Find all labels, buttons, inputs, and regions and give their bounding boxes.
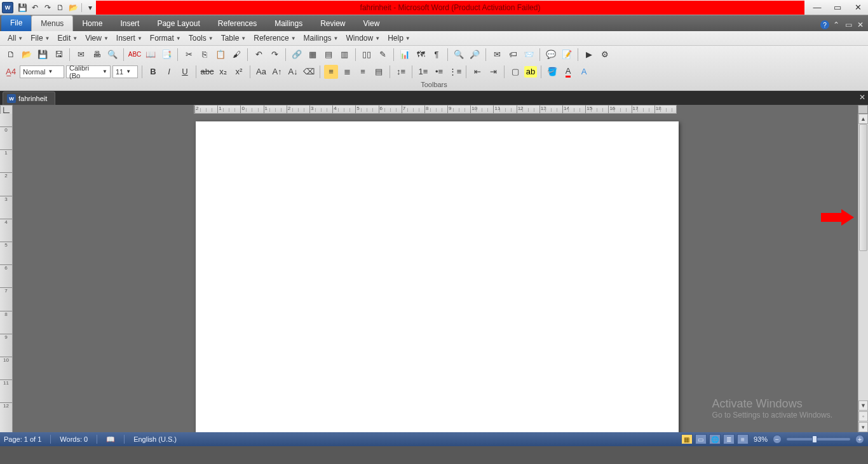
align-center-button[interactable]: ≣	[340, 65, 354, 79]
multilevel-button[interactable]: ⋮≡	[448, 65, 462, 79]
menu-mailings[interactable]: Mailings▼	[300, 32, 342, 44]
increase-indent-button[interactable]: ⇥	[486, 65, 500, 79]
tab-page-layout[interactable]: Page Layout	[148, 17, 208, 31]
justify-button[interactable]: ▤	[372, 65, 386, 79]
superscript-button[interactable]: x²	[232, 65, 246, 79]
table-insert-icon[interactable]: ▦	[306, 48, 320, 62]
change-case-button[interactable]: Aa	[254, 65, 268, 79]
insert-cols-icon[interactable]: ▥	[337, 48, 351, 62]
labels-icon[interactable]: 🏷	[506, 48, 520, 62]
merge-icon[interactable]: 📨	[522, 48, 536, 62]
menu-edit[interactable]: Edit▼	[54, 32, 82, 44]
zoom-in-icon[interactable]: 🔍	[452, 48, 466, 62]
qat-save-button[interactable]: 💾	[17, 2, 28, 13]
clear-format-button[interactable]: ⌫	[302, 65, 316, 79]
qat-new-button[interactable]: 🗋	[55, 2, 66, 13]
menu-help[interactable]: Help▼	[384, 32, 414, 44]
menu-table[interactable]: Table▼	[217, 32, 250, 44]
view-print-layout-button[interactable]: ▦	[681, 434, 693, 444]
comments-icon[interactable]: 💬	[544, 48, 558, 62]
show-paragraph-icon[interactable]: ¶	[430, 48, 444, 62]
grow-font-button[interactable]: A↑	[270, 65, 284, 79]
menu-all[interactable]: All▼	[4, 32, 27, 44]
mail-icon[interactable]: ✉	[74, 48, 88, 62]
menu-window[interactable]: Window▼	[342, 32, 384, 44]
document-area[interactable]: Activate Windows Go to Settings to activ…	[13, 115, 858, 432]
horizontal-ruler[interactable]: 21012345678910111213141516171819	[194, 105, 677, 114]
tab-home[interactable]: Home	[73, 17, 111, 31]
paste-icon[interactable]: 📋	[214, 48, 227, 62]
undo-icon[interactable]: ↶	[252, 48, 266, 62]
italic-button[interactable]: I	[162, 65, 176, 79]
styles-pane-icon[interactable]: A̲4	[4, 65, 18, 79]
document-map-icon[interactable]: 🗺	[414, 48, 428, 62]
insert-rows-icon[interactable]: ▤	[322, 48, 336, 62]
zoom-level[interactable]: 93%	[754, 435, 768, 443]
bullets-button[interactable]: •≡	[432, 65, 446, 79]
numbering-button[interactable]: 1≡	[416, 65, 430, 79]
columns-icon[interactable]: ▯▯	[360, 48, 374, 62]
print-icon[interactable]: 🖶	[90, 48, 104, 62]
close-document-button[interactable]: ✕	[855, 20, 865, 29]
menu-insert[interactable]: Insert▼	[112, 32, 146, 44]
scroll-thumb[interactable]	[859, 124, 867, 251]
zoom-slider[interactable]	[787, 438, 850, 440]
style-select[interactable]: Normal▼	[20, 65, 64, 78]
format-painter-icon[interactable]: 🖌	[229, 48, 243, 62]
tab-review[interactable]: Review	[311, 17, 354, 31]
status-proofing[interactable]: 📖	[106, 435, 115, 444]
chart-icon[interactable]: 📊	[398, 48, 412, 62]
zoom-out-button[interactable]: −	[773, 435, 782, 444]
tab-view[interactable]: View	[355, 17, 389, 31]
copy-icon[interactable]: ⎘	[198, 48, 212, 62]
research-icon[interactable]: 📖	[144, 48, 158, 62]
highlight-button[interactable]: ab	[524, 66, 537, 78]
menu-format[interactable]: Format▼	[146, 32, 185, 44]
open-icon[interactable]: 📂	[20, 48, 34, 62]
spellcheck-icon[interactable]: ABC	[128, 48, 142, 62]
underline-button[interactable]: U	[178, 65, 192, 79]
next-page-button[interactable]: ▾	[858, 422, 868, 432]
qat-open-button[interactable]: 📂	[67, 2, 79, 13]
menu-file[interactable]: File▼	[27, 32, 53, 44]
macros-icon[interactable]: ▶	[582, 48, 596, 62]
scroll-down-button[interactable]: ▼	[858, 400, 868, 411]
menu-tools[interactable]: Tools▼	[185, 32, 217, 44]
qat-undo-button[interactable]: ↶	[29, 2, 41, 13]
minimize-ribbon-button[interactable]: ⌃	[831, 20, 841, 29]
tabbar-close-button[interactable]: ✕	[859, 93, 865, 102]
split-box[interactable]	[858, 105, 868, 114]
borders-button[interactable]: ▢	[508, 65, 522, 79]
redo-icon[interactable]: ↷	[268, 48, 281, 62]
menu-reference[interactable]: Reference▼	[250, 32, 299, 44]
strikethrough-button[interactable]: abc	[200, 65, 214, 79]
zoom-slider-thumb[interactable]	[812, 435, 817, 443]
status-words[interactable]: Words: 0	[60, 435, 88, 443]
align-right-button[interactable]: ≡	[356, 65, 370, 79]
vertical-scrollbar[interactable]: ▲ ▼ ◦ ▾	[858, 105, 868, 432]
cut-icon[interactable]: ✂	[182, 48, 196, 62]
hyperlink-icon[interactable]: 🔗	[290, 48, 304, 62]
restore-window-button[interactable]: ▭	[843, 20, 853, 29]
scroll-up-button[interactable]: ▲	[858, 114, 868, 124]
text-effects-button[interactable]: A	[577, 65, 591, 79]
view-draft-button[interactable]: ≡	[737, 434, 749, 444]
status-language[interactable]: English (U.S.)	[133, 435, 177, 443]
help-button[interactable]: ?	[820, 20, 829, 29]
align-left-button[interactable]: ≡	[324, 65, 338, 79]
previous-page-button[interactable]: ◦	[858, 411, 868, 421]
qat-customize-button[interactable]: ▾	[85, 2, 96, 13]
view-outline-button[interactable]: ≣	[723, 434, 735, 444]
qat-redo-button[interactable]: ↷	[42, 2, 53, 13]
document-tab[interactable]: W fahrinheit	[3, 92, 55, 105]
save-as-icon[interactable]: 🖫	[51, 48, 65, 62]
font-select[interactable]: Calibri (Bo▼	[66, 65, 111, 78]
view-web-button[interactable]: 🌐	[709, 434, 721, 444]
tab-insert[interactable]: Insert	[111, 17, 148, 31]
tab-menus[interactable]: Menus	[31, 15, 73, 31]
new-doc-icon[interactable]: 🗋	[4, 48, 18, 62]
bold-button[interactable]: B	[146, 65, 160, 79]
menu-view[interactable]: View▼	[81, 32, 112, 44]
options-icon[interactable]: ⚙	[598, 48, 612, 62]
document-page[interactable]	[196, 121, 679, 432]
